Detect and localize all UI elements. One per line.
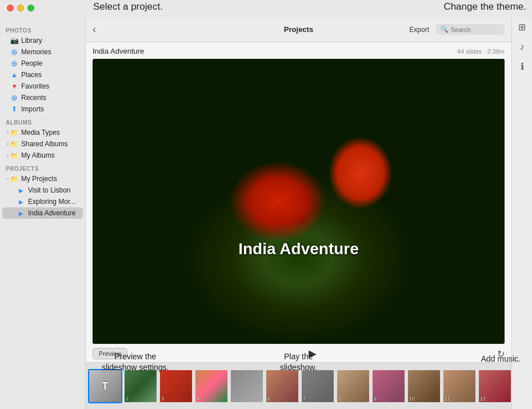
maximize-button[interactable] — [27, 5, 34, 11]
sidebar-item-memories[interactable]: ⊕ Memories — [2, 46, 83, 58]
search-box[interactable]: 🔍 — [436, 24, 505, 35]
image-overlay-title: India Adventure — [238, 240, 359, 258]
annotation-change-theme: Change the theme. — [443, 1, 526, 13]
sidebar-item-media-types[interactable]: › 📁 Media Types — [2, 127, 83, 138]
main-content: ‹ Projects Export 🔍 India Adventure 44 s… — [86, 17, 511, 409]
sidebar-item-my-projects[interactable]: › 📁 My Projects — [2, 173, 83, 185]
projects-section-label: Projects — [0, 161, 85, 173]
media-types-icon: 📁 — [10, 129, 18, 137]
filmstrip-slide-11[interactable]: 11 — [442, 369, 477, 403]
slideshow-area: India Adventure 44 slides · 2:38m India … — [86, 42, 511, 362]
sidebar-item-my-albums[interactable]: › 📁 My Albums — [2, 150, 83, 161]
shared-albums-icon: 📁 — [10, 140, 18, 148]
image-background — [93, 59, 505, 344]
slideshow-header: India Adventure 44 slides · 2:38m — [93, 47, 505, 55]
filmstrip-slide-4[interactable]: 4 — [194, 369, 229, 403]
slideshow-title: India Adventure — [93, 47, 144, 55]
chevron-icon: › — [7, 153, 9, 158]
recents-icon: ⊕ — [10, 94, 18, 102]
back-button[interactable]: ‹ — [93, 23, 96, 35]
filmstrip-slide-7[interactable]: 7 — [301, 369, 335, 403]
layout-icon[interactable]: ⊞ — [518, 22, 526, 33]
export-button[interactable]: Export — [409, 26, 429, 34]
play-button[interactable]: ▶ — [309, 347, 317, 360]
albums-section-label: Albums — [0, 115, 85, 127]
sidebar-item-favorites[interactable]: ♥ Favorites — [2, 81, 83, 92]
filmstrip: T123456789101112131415+ — [86, 362, 511, 409]
filmstrip-slide-5[interactable]: 5 — [230, 369, 264, 403]
chevron-icon: › — [7, 141, 9, 147]
sidebar-item-library[interactable]: 📷 Library — [2, 35, 83, 46]
toolbar-right: Export 🔍 — [409, 24, 505, 35]
visit-lisbon-icon: ▶ — [17, 186, 25, 194]
sidebar-item-india-adventure[interactable]: ▶ India Adventure — [2, 207, 83, 219]
exploring-icon: ▶ — [17, 198, 25, 206]
india-adventure-icon: ▶ — [17, 209, 25, 217]
toolbar-title: Projects — [284, 25, 313, 34]
filmstrip-slide-6[interactable]: 6 — [265, 369, 299, 403]
library-icon: 📷 — [10, 37, 18, 45]
right-sidebar: ⊞ ♪ ℹ — [511, 17, 532, 409]
search-icon: 🔍 — [441, 26, 449, 33]
minimize-button[interactable] — [17, 5, 24, 11]
close-button[interactable] — [7, 5, 14, 11]
filmstrip-slide-8[interactable]: 8 — [336, 369, 370, 403]
bottom-controls: Preview ▶ ↻ — [93, 344, 505, 362]
sidebar-item-people[interactable]: ⊕ People — [2, 58, 83, 69]
sidebar-item-recents[interactable]: ⊕ Recents — [2, 92, 83, 103]
my-projects-icon: 📁 — [10, 175, 18, 183]
memories-icon: ⊕ — [10, 48, 18, 56]
imports-icon: ⬆ — [10, 105, 18, 113]
photos-section-label: Photos — [0, 23, 85, 35]
filmstrip-slide-1[interactable]: T1 — [88, 369, 122, 403]
sidebar-item-imports[interactable]: ⬆ Imports — [2, 103, 83, 115]
chevron-down-icon: › — [5, 178, 11, 180]
filmstrip-slide-9[interactable]: 9 — [371, 369, 406, 403]
filmstrip-slide-3[interactable]: 3 — [159, 369, 193, 403]
favorites-icon: ♥ — [10, 82, 18, 90]
annotation-select-project: Select a project. — [93, 1, 163, 13]
sidebar-item-exploring[interactable]: ▶ Exploring Mor... — [2, 196, 83, 207]
my-albums-icon: 📁 — [10, 151, 18, 159]
slideshow-meta: 44 slides · 2:38m — [457, 48, 505, 55]
filmstrip-slide-2[interactable]: 2 — [123, 369, 158, 403]
sidebar: Photos 📷 Library ⊕ Memories ⊕ People ▲ P… — [0, 17, 86, 409]
places-icon: ▲ — [10, 71, 18, 79]
search-input[interactable] — [451, 26, 497, 33]
sidebar-item-shared-albums[interactable]: › 📁 Shared Albums — [2, 138, 83, 150]
sidebar-item-visit-lisbon[interactable]: ▶ Visit to Lisbon — [2, 185, 83, 196]
music-icon[interactable]: ♪ — [520, 42, 525, 52]
chevron-icon: › — [7, 130, 9, 135]
preview-button[interactable]: Preview — [93, 348, 127, 359]
toolbar: ‹ Projects Export 🔍 — [86, 17, 511, 42]
sidebar-item-places[interactable]: ▲ Places — [2, 69, 83, 81]
main-image: India Adventure — [93, 59, 505, 344]
filmstrip-slide-12[interactable]: 12 — [478, 369, 511, 403]
shuffle-button[interactable]: ↻ — [497, 348, 505, 359]
people-icon: ⊕ — [10, 59, 18, 67]
filmstrip-slide-10[interactable]: 10 — [407, 369, 441, 403]
info-icon[interactable]: ℹ — [521, 61, 524, 72]
